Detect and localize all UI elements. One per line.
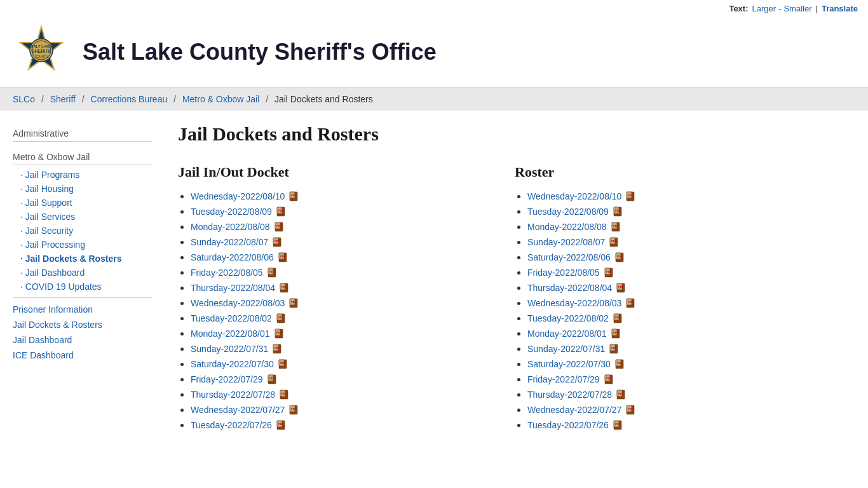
text-size-label: Text:: [729, 4, 748, 13]
list-item: Wednesday-2022/07/27 PDF: [191, 404, 477, 416]
list-item: Friday-2022/08/05 PDF: [191, 267, 477, 278]
sidebar-ice-dashboard[interactable]: ICE Dashboard: [13, 348, 153, 363]
svg-text:PDF: PDF: [615, 209, 621, 212]
svg-text:PDF: PDF: [281, 392, 287, 395]
svg-text:PDF: PDF: [613, 331, 619, 334]
page-title: Jail Dockets and Rosters: [178, 123, 813, 145]
roster-link[interactable]: Saturday-2022/08/06 PDF: [527, 252, 624, 262]
breadcrumb-slco[interactable]: SLCo: [13, 94, 35, 104]
docket-link[interactable]: Friday-2022/08/05 PDF: [191, 268, 276, 278]
roster-link[interactable]: Monday-2022/08/08 PDF: [527, 222, 620, 232]
list-item: Sunday-2022/07/31 PDF: [191, 343, 477, 355]
svg-text:PDF: PDF: [611, 346, 617, 349]
sep2: |: [816, 4, 818, 13]
docket-link[interactable]: Tuesday-2022/08/09 PDF: [191, 207, 285, 217]
docket-link[interactable]: Wednesday-2022/08/10 PDF: [191, 191, 298, 201]
docket-link[interactable]: Saturday-2022/08/06 PDF: [191, 252, 287, 262]
sidebar-jail-security[interactable]: · Jail Security: [13, 224, 153, 238]
larger-text-link[interactable]: Larger: [752, 4, 776, 13]
roster-link[interactable]: Wednesday-2022/08/03 PDF: [527, 298, 635, 308]
sidebar-jail-programs[interactable]: · Jail Programs: [13, 168, 153, 182]
roster-link[interactable]: Thursday-2022/07/28 PDF: [527, 390, 625, 400]
docket-link[interactable]: Tuesday-2022/08/02 PDF: [191, 313, 285, 323]
roster-link[interactable]: Friday-2022/08/05 PDF: [527, 268, 613, 278]
list-item: Thursday-2022/08/04 PDF: [191, 282, 477, 294]
sidebar-jail-services[interactable]: · Jail Services: [13, 210, 153, 224]
roster-link[interactable]: Wednesday-2022/08/10 PDF: [527, 191, 635, 201]
docket-link[interactable]: Wednesday-2022/07/27 PDF: [191, 405, 298, 415]
list-item: Saturday-2022/08/06 PDF: [191, 252, 477, 263]
docket-link[interactable]: Thursday-2022/07/28 PDF: [191, 390, 288, 400]
roster-link[interactable]: Tuesday-2022/08/02 PDF: [527, 313, 622, 323]
roster-link[interactable]: Tuesday-2022/08/09 PDF: [527, 207, 622, 217]
list-item: Thursday-2022/07/28 PDF: [191, 389, 477, 400]
list-item: Thursday-2022/07/28 PDF: [527, 389, 813, 400]
sidebar-jail-dashboard[interactable]: · Jail Dashboard: [13, 266, 153, 280]
sidebar-jail-processing[interactable]: · Jail Processing: [13, 238, 153, 252]
list-item: Monday-2022/08/08 PDF: [191, 221, 477, 233]
breadcrumb-metro[interactable]: Metro & Oxbow Jail: [182, 94, 259, 104]
docket-link[interactable]: Monday-2022/08/08 PDF: [191, 222, 283, 232]
translate-link[interactable]: Translate: [822, 4, 858, 13]
docket-link[interactable]: Sunday-2022/08/07 PDF: [191, 237, 281, 247]
list-item: Wednesday-2022/08/10 PDF: [527, 191, 813, 202]
list-item: Thursday-2022/08/04 PDF: [527, 282, 813, 294]
sidebar-jail-dockets-rosters[interactable]: Jail Dockets & Rosters: [13, 317, 153, 332]
svg-text:PDF: PDF: [275, 346, 280, 349]
docket-link[interactable]: Saturday-2022/07/30 PDF: [191, 359, 287, 369]
svg-text:PDF: PDF: [618, 392, 624, 395]
svg-text:PDF: PDF: [628, 194, 634, 197]
roster-link[interactable]: Sunday-2022/07/31 PDF: [527, 344, 618, 354]
site-header: SALT LAKE SHERIFF COUNTY Salt Lake Count…: [0, 17, 868, 88]
svg-text:PDF: PDF: [276, 331, 282, 334]
roster-link[interactable]: Sunday-2022/08/07 PDF: [527, 237, 618, 247]
roster-column: Roster Wednesday-2022/08/10 PDF Tuesday-…: [515, 164, 813, 435]
breadcrumb-sheriff[interactable]: Sheriff: [50, 94, 76, 104]
svg-text:PDF: PDF: [291, 194, 297, 197]
docket-link[interactable]: Tuesday-2022/07/26 PDF: [191, 420, 285, 430]
roster-link[interactable]: Wednesday-2022/07/27 PDF: [527, 405, 635, 415]
svg-text:PDF: PDF: [269, 377, 275, 380]
docket-link[interactable]: Thursday-2022/08/04 PDF: [191, 283, 288, 293]
smaller-text-link[interactable]: Smaller: [783, 4, 811, 13]
sidebar: Administrative Metro & Oxbow Jail · Jail…: [13, 123, 165, 435]
svg-text:PDF: PDF: [628, 301, 634, 304]
list-item: Tuesday-2022/08/09 PDF: [527, 206, 813, 217]
sidebar-covid-updates[interactable]: · COVID 19 Updates: [13, 280, 153, 294]
roster-link[interactable]: Saturday-2022/07/30 PDF: [527, 359, 624, 369]
list-item: Sunday-2022/07/31 PDF: [527, 343, 813, 355]
docket-link[interactable]: Monday-2022/08/01 PDF: [191, 329, 283, 339]
list-item: Wednesday-2022/08/03 PDF: [191, 297, 477, 309]
svg-text:PDF: PDF: [280, 362, 286, 365]
breadcrumb-corrections[interactable]: Corrections Bureau: [91, 94, 168, 104]
list-item: Friday-2022/07/29 PDF: [527, 374, 813, 385]
docket-link[interactable]: Friday-2022/07/29 PDF: [191, 374, 276, 384]
sidebar-jail-housing[interactable]: · Jail Housing: [13, 182, 153, 196]
sidebar-jail-support[interactable]: · Jail Support: [13, 196, 153, 210]
svg-text:PDF: PDF: [615, 316, 621, 319]
svg-text:PDF: PDF: [618, 285, 624, 288]
sidebar-prisoner-info[interactable]: Prisoner Information: [13, 302, 153, 317]
svg-text:PDF: PDF: [615, 423, 621, 426]
docket-link[interactable]: Sunday-2022/07/31 PDF: [191, 344, 281, 354]
svg-text:PDF: PDF: [269, 270, 275, 273]
main-layout: Administrative Metro & Oxbow Jail · Jail…: [0, 111, 826, 447]
list-item: Friday-2022/07/29 PDF: [191, 374, 477, 385]
svg-text:PDF: PDF: [291, 407, 297, 410]
svg-text:PDF: PDF: [275, 240, 280, 243]
svg-text:PDF: PDF: [278, 423, 284, 426]
sidebar-jail-dashboard-link[interactable]: Jail Dashboard: [13, 332, 153, 348]
sidebar-jail-dockets[interactable]: · Jail Dockets & Rosters: [13, 252, 153, 266]
svg-text:PDF: PDF: [611, 240, 617, 243]
svg-text:PDF: PDF: [606, 270, 612, 273]
roster-link[interactable]: Friday-2022/07/29 PDF: [527, 374, 613, 384]
docket-link[interactable]: Wednesday-2022/08/03 PDF: [191, 298, 298, 308]
roster-link[interactable]: Monday-2022/08/01 PDF: [527, 329, 620, 339]
svg-text:PDF: PDF: [278, 316, 284, 319]
roster-link[interactable]: Tuesday-2022/07/26 PDF: [527, 420, 622, 430]
breadcrumb: SLCo / Sheriff / Corrections Bureau / Me…: [0, 88, 868, 111]
docket-columns: Jail In/Out Docket Wednesday-2022/08/10 …: [178, 164, 813, 435]
roster-col-heading: Roster: [515, 164, 813, 180]
list-item: Tuesday-2022/08/02 PDF: [527, 313, 813, 324]
roster-link[interactable]: Thursday-2022/08/04 PDF: [527, 283, 625, 293]
